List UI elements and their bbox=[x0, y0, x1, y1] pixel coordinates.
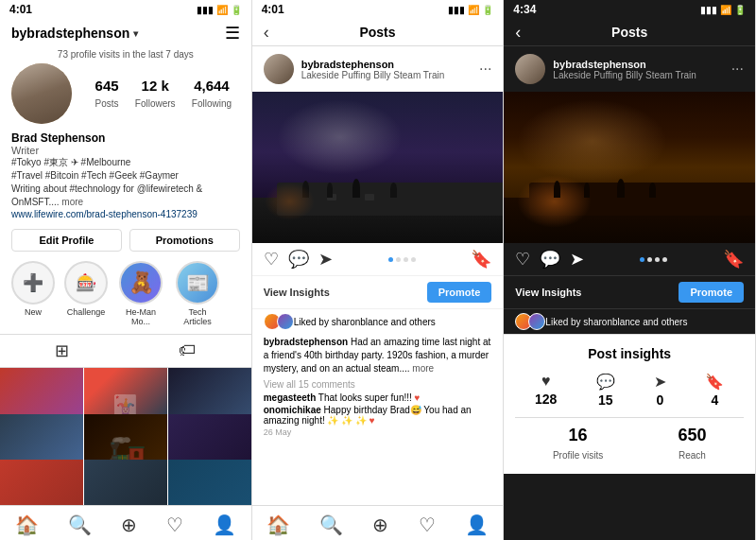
avatar-stats-row: 645 Posts 12 k Followers 4,644 Following bbox=[0, 63, 251, 130]
view-comments-2[interactable]: View all 15 comments bbox=[252, 377, 504, 392]
view-insights-link-2[interactable]: View Insights bbox=[264, 287, 330, 298]
post-left-actions-2: ♡ 💬 ➤ bbox=[264, 249, 333, 270]
comment-icon-2[interactable]: 💬 bbox=[288, 249, 309, 270]
signal-icon: ▮▮▮ bbox=[197, 5, 214, 15]
bookmark-icon-3[interactable]: 🔖 bbox=[723, 249, 744, 270]
bio-title: Writer bbox=[11, 145, 240, 156]
post-subtitle-3: Lakeside Puffing Billy Steam Train bbox=[553, 70, 723, 80]
status-icons-3: ▮▮▮ 📶 🔋 bbox=[700, 5, 746, 15]
signal-icon-2: ▮▮▮ bbox=[448, 5, 465, 15]
photo-7[interactable] bbox=[0, 460, 83, 505]
insight-saves-num: 4 bbox=[711, 392, 718, 408]
bio-tags: #Tokyo #東京 ✈ #Melbourne#Travel #Bitcoin … bbox=[11, 156, 240, 209]
insights-stats-row: ♥ 128 💬 15 ➤ 0 🔖 4 bbox=[515, 373, 744, 408]
comment-icon-3[interactable]: 💬 bbox=[540, 249, 560, 270]
search-nav-icon-2[interactable]: 🔍 bbox=[319, 514, 343, 536]
post-more-2[interactable]: ··· bbox=[479, 61, 491, 78]
back-button-2[interactable]: ‹ bbox=[264, 23, 269, 43]
post-username-3: bybradstephenson bbox=[553, 59, 723, 70]
insight-shares: ➤ 0 bbox=[654, 373, 666, 408]
bio-link[interactable]: www.lifewire.com/brad-stephenson-4137239 bbox=[11, 209, 240, 219]
bookmark-icon-2[interactable]: 🔖 bbox=[471, 249, 491, 270]
promote-button-2[interactable]: Promote bbox=[427, 282, 492, 303]
caption-username-2: bybradstephenson bbox=[264, 337, 348, 347]
edit-profile-button[interactable]: Edit Profile bbox=[11, 229, 122, 252]
like-icon-2[interactable]: ♡ bbox=[264, 249, 279, 270]
posts-title-3: Posts bbox=[611, 25, 647, 40]
profile-nav-icon[interactable]: 👤 bbox=[213, 514, 236, 536]
username-row[interactable]: bybradstephenson ▾ bbox=[11, 26, 138, 41]
menu-icon[interactable]: ☰ bbox=[225, 23, 240, 44]
stat-following: 4,644 Following bbox=[192, 78, 232, 111]
promote-button-3[interactable]: Promote bbox=[679, 282, 744, 303]
highlight-challenge[interactable]: 🎰 Challenge bbox=[64, 261, 108, 317]
insight-saves: 🔖 4 bbox=[705, 373, 724, 408]
photo-8[interactable] bbox=[84, 460, 167, 505]
heart-icon-comment-1: ♥ bbox=[415, 392, 421, 403]
back-button-3[interactable]: ‹ bbox=[515, 23, 521, 43]
bio-more[interactable]: more bbox=[61, 197, 83, 207]
bookmark-insight-icon: 🔖 bbox=[705, 373, 724, 391]
stat-posts: 645 Posts bbox=[95, 78, 119, 111]
add-nav-icon-2[interactable]: ⊕ bbox=[372, 514, 388, 536]
post-actions-bar-3: ♡ 💬 ➤ 🔖 bbox=[504, 243, 755, 276]
insight-likes: ♥ 128 bbox=[535, 373, 557, 408]
tag-view-icon[interactable]: 🏷 bbox=[179, 340, 196, 361]
liked-avatars-3 bbox=[515, 313, 541, 330]
home-nav-icon-2[interactable]: 🏠 bbox=[266, 514, 290, 536]
share-icon-3[interactable]: ➤ bbox=[570, 249, 584, 270]
post-left-actions-3: ♡ 💬 ➤ bbox=[515, 249, 584, 270]
highlight-tech-label: Tech Articles bbox=[174, 307, 221, 326]
smoke-effect-3 bbox=[517, 99, 667, 183]
insights-title: Post insights bbox=[515, 346, 744, 361]
dots-indicator-3 bbox=[640, 257, 667, 262]
person-3-3 bbox=[617, 179, 625, 198]
dot-1 bbox=[388, 257, 393, 262]
insight-profile-visits: 16 Profile visits bbox=[553, 426, 603, 462]
stat-followers: 12 k Followers bbox=[135, 78, 176, 111]
train-image-2 bbox=[252, 92, 504, 243]
dot-3 bbox=[404, 257, 408, 262]
promotions-button[interactable]: Promotions bbox=[129, 229, 240, 252]
grid-view-icon[interactable]: ⊞ bbox=[55, 340, 69, 361]
profile-header: bybradstephenson ▾ ☰ bbox=[0, 19, 251, 47]
heart-nav-icon[interactable]: ♡ bbox=[166, 514, 183, 536]
signal-icon-3: ▮▮▮ bbox=[700, 5, 717, 15]
posts-header-2: ‹ Posts bbox=[252, 19, 504, 46]
status-time-2: 4:01 bbox=[262, 3, 284, 16]
home-nav-icon[interactable]: 🏠 bbox=[15, 514, 39, 536]
search-nav-icon[interactable]: 🔍 bbox=[68, 514, 92, 536]
share-icon-2[interactable]: ➤ bbox=[318, 249, 333, 270]
heart-icon-comment-2: ♥ bbox=[369, 415, 375, 426]
heart-nav-icon-2[interactable]: ♡ bbox=[419, 514, 436, 536]
highlight-heman[interactable]: 🧸 He-Man Mo... bbox=[117, 261, 164, 326]
status-icons-1: ▮▮▮ 📶 🔋 bbox=[197, 5, 242, 15]
bio-section: Brad Stephenson Writer #Tokyo #東京 ✈ #Mel… bbox=[0, 130, 251, 225]
highlight-new[interactable]: ➕ New bbox=[11, 261, 55, 317]
comment-1-2: megasteeth That looks super fun!!! ♥ bbox=[252, 392, 504, 404]
photo-9[interactable] bbox=[168, 460, 251, 505]
dots-indicator-2 bbox=[388, 257, 416, 262]
highlight-tech[interactable]: 📰 Tech Articles bbox=[174, 261, 221, 326]
insight-profile-visits-num: 16 bbox=[553, 426, 603, 445]
dot-3-3 bbox=[655, 257, 660, 262]
wifi-icon: 📶 bbox=[216, 5, 228, 15]
avatar-image bbox=[11, 63, 72, 124]
view-insights-link-3[interactable]: View Insights bbox=[515, 287, 581, 298]
post-info-3: bybradstephenson Lakeside Puffing Billy … bbox=[553, 59, 723, 80]
photo-grid: 🃏 🚂 bbox=[0, 368, 251, 505]
liked-row-3: Liked by sharonblance and others bbox=[504, 309, 755, 334]
post-more-3[interactable]: ··· bbox=[731, 61, 744, 78]
highlight-heman-circle: 🧸 bbox=[119, 261, 163, 305]
avatar bbox=[11, 63, 72, 124]
highlights-row: ➕ New 🎰 Challenge 🧸 He-Man Mo... 📰 Tech … bbox=[0, 257, 251, 334]
add-nav-icon[interactable]: ⊕ bbox=[121, 514, 137, 536]
insight-profile-visits-label: Profile visits bbox=[553, 450, 603, 461]
grid-nav: ⊞ 🏷 bbox=[0, 334, 251, 368]
like-icon-3[interactable]: ♡ bbox=[515, 249, 530, 270]
caption-more-2[interactable]: more bbox=[412, 363, 434, 374]
status-bar-3: 4:34 ▮▮▮ 📶 🔋 bbox=[504, 0, 755, 19]
post-image-3 bbox=[504, 92, 755, 243]
wifi-icon-2: 📶 bbox=[468, 5, 479, 15]
profile-nav-icon-2[interactable]: 👤 bbox=[465, 514, 489, 536]
